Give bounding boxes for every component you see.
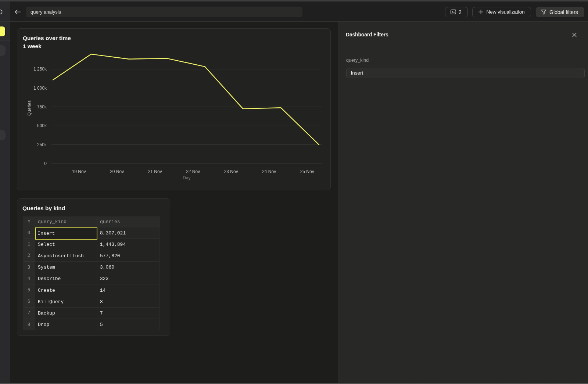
svg-text:Queries: Queries	[27, 100, 32, 116]
svg-text:750k: 750k	[37, 104, 47, 110]
svg-text:23 Nov: 23 Nov	[224, 169, 238, 174]
svg-text:1 000k: 1 000k	[33, 86, 47, 91]
svg-text:500k: 500k	[37, 123, 47, 128]
svg-text:19 Nov: 19 Nov	[72, 169, 86, 174]
svg-text:Day: Day	[183, 175, 190, 180]
svg-text:1 250k: 1 250k	[33, 67, 47, 72]
svg-text:24 Nov: 24 Nov	[262, 169, 276, 174]
svg-text:0: 0	[44, 161, 47, 166]
svg-text:22 Nov: 22 Nov	[186, 169, 200, 174]
svg-text:20 Nov: 20 Nov	[110, 169, 124, 174]
svg-text:25 Nov: 25 Nov	[300, 169, 314, 174]
svg-text:250k: 250k	[37, 142, 47, 147]
svg-text:21 Nov: 21 Nov	[148, 169, 162, 174]
